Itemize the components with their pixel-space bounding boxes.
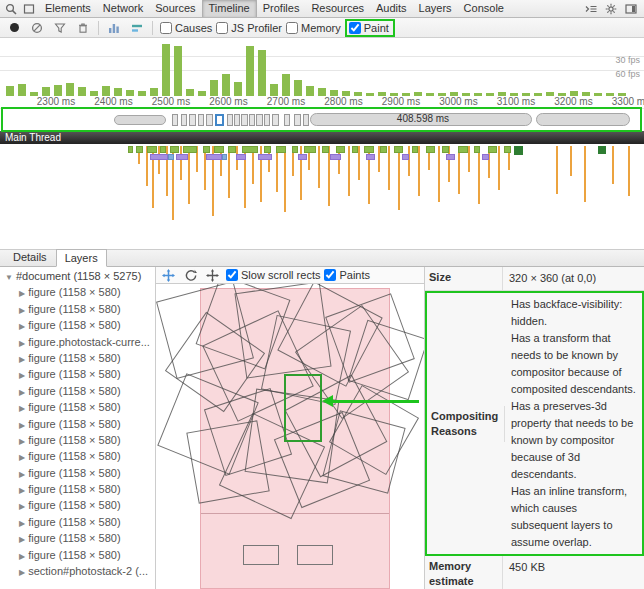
frame-marker[interactable]	[206, 114, 213, 126]
tab-resources[interactable]: Resources	[305, 0, 370, 17]
triangle-right-icon[interactable]: ▶	[19, 486, 25, 495]
tree-item[interactable]: ▶section#photostack-2 (...	[0, 563, 155, 579]
tab-audits[interactable]: Audits	[370, 0, 413, 17]
frame-marker[interactable]	[249, 114, 255, 126]
tree-item[interactable]: ▶figure (1158 × 580)	[0, 481, 155, 497]
checkbox-input[interactable]	[286, 22, 298, 34]
tab-layers[interactable]: Layers	[56, 249, 107, 267]
layers-3d-canvas[interactable]	[156, 284, 424, 589]
checkbox-paints[interactable]: Paints	[324, 269, 370, 281]
paint-event-bar	[426, 146, 435, 153]
tab-network[interactable]: Network	[97, 0, 149, 17]
tree-item[interactable]: ▶figure (1158 × 580)	[0, 366, 155, 382]
rotate-mode-icon[interactable]	[182, 267, 198, 283]
frame-marker[interactable]	[181, 114, 187, 126]
triangle-right-icon[interactable]: ▶	[19, 355, 25, 364]
checkbox-input[interactable]	[226, 269, 238, 281]
triangle-right-icon[interactable]: ▶	[19, 421, 25, 430]
frames-scroll-handle[interactable]	[114, 115, 166, 125]
frame-marker[interactable]	[272, 114, 279, 126]
triangle-right-icon[interactable]: ▶	[19, 306, 25, 315]
tree-item[interactable]: ▶figure (1158 × 580)	[0, 465, 155, 481]
tree-item[interactable]: ▶figure (1158 × 580)	[0, 547, 155, 563]
clear-button[interactable]	[29, 20, 45, 36]
tree-item-document[interactable]: ▼#document (1158 × 5275)	[0, 268, 155, 284]
checkbox-causes[interactable]: Causes	[160, 22, 212, 34]
frame-marker[interactable]	[234, 114, 240, 126]
tree-item[interactable]: ▶figure (1158 × 580)	[0, 514, 155, 530]
checkbox-slow-scroll-rects[interactable]: Slow scroll rects	[226, 269, 320, 281]
filter-icon[interactable]	[52, 20, 68, 36]
tree-item[interactable]: ▶figure (1158 × 580)	[0, 350, 155, 366]
frame-marker[interactable]	[198, 114, 204, 126]
frame-marker[interactable]	[189, 114, 196, 126]
frame-marker[interactable]	[241, 114, 248, 126]
inspect-icon[interactable]	[3, 1, 19, 17]
triangle-right-icon[interactable]: ▶	[19, 453, 25, 462]
checkbox-paint[interactable]: Paint	[345, 19, 395, 37]
tree-item[interactable]: ▶figure (1158 × 580)	[0, 301, 155, 317]
triangle-right-icon[interactable]: ▶	[19, 437, 25, 446]
frames-scroll-handle[interactable]	[536, 113, 630, 126]
events-mode-icon[interactable]	[129, 20, 145, 36]
frame-marker[interactable]	[264, 114, 270, 126]
pan-mode-icon[interactable]	[160, 267, 176, 283]
triangle-right-icon[interactable]: ▶	[19, 552, 25, 561]
main-thread-flamechart[interactable]	[0, 144, 644, 250]
console-drawer-icon[interactable]	[583, 1, 599, 17]
tree-item[interactable]: ▶figure (1158 × 580)	[0, 448, 155, 464]
overview-chart[interactable]: 30 fps60 fps	[0, 38, 644, 96]
triangle-right-icon[interactable]: ▶	[19, 502, 25, 511]
record-button[interactable]	[6, 20, 22, 36]
frame-marker[interactable]	[303, 114, 309, 126]
garbage-collect-icon[interactable]	[75, 20, 91, 36]
frames-mode-icon[interactable]	[106, 20, 122, 36]
tree-item[interactable]: ▶figure (1158 × 580)	[0, 317, 155, 333]
tree-item[interactable]: ▶figure.photostack-curre...	[0, 334, 155, 350]
tree-item[interactable]: ▶figure (1158 × 580)	[0, 432, 155, 448]
triangle-right-icon[interactable]: ▶	[19, 322, 25, 331]
move-mode-icon[interactable]	[204, 267, 220, 283]
tab-console[interactable]: Console	[458, 0, 510, 17]
tab-timeline[interactable]: Timeline	[202, 0, 257, 17]
triangle-right-icon[interactable]: ▶	[19, 470, 25, 479]
triangle-down-icon[interactable]: ▼	[5, 273, 13, 282]
tree-item[interactable]: ▶figure (1158 × 580)	[0, 530, 155, 546]
triangle-right-icon[interactable]: ▶	[19, 339, 25, 348]
gear-icon[interactable]	[603, 1, 619, 17]
frame-marker[interactable]	[256, 114, 263, 126]
triangle-right-icon[interactable]: ▶	[19, 371, 25, 380]
checkbox-input[interactable]	[216, 22, 228, 34]
triangle-right-icon[interactable]: ▶	[19, 519, 25, 528]
frame-marker-selected[interactable]	[215, 114, 224, 126]
tab-sources[interactable]: Sources	[149, 0, 201, 17]
frame-marker[interactable]	[227, 114, 233, 126]
dock-side-icon[interactable]	[623, 1, 639, 17]
triangle-right-icon[interactable]: ▶	[19, 568, 25, 577]
tree-item[interactable]: ▶figure (1158 × 580)	[0, 416, 155, 432]
tab-profiles[interactable]: Profiles	[257, 0, 306, 17]
triangle-right-icon[interactable]: ▶	[19, 404, 25, 413]
tab-layers[interactable]: Layers	[413, 0, 458, 17]
frame-marker[interactable]	[172, 114, 178, 126]
checkbox-input[interactable]	[349, 22, 361, 34]
triangle-right-icon[interactable]: ▶	[19, 535, 25, 544]
selected-layer-rect[interactable]	[284, 374, 322, 442]
triangle-right-icon[interactable]: ▶	[19, 289, 25, 298]
frame-marker[interactable]	[284, 114, 290, 126]
tree-item[interactable]: ▶figure (1158 × 580)	[0, 284, 155, 300]
checkbox-input[interactable]	[324, 269, 336, 281]
triangle-right-icon[interactable]: ▶	[19, 388, 25, 397]
checkbox-memory[interactable]: Memory	[286, 22, 341, 34]
frame-marker[interactable]	[294, 114, 301, 126]
layer-tree[interactable]: ▼#document (1158 × 5275) ▶figure (1158 ×…	[0, 267, 156, 589]
checkbox-js-profiler[interactable]: JS Profiler	[216, 22, 282, 34]
checkbox-input[interactable]	[160, 22, 172, 34]
tab-details[interactable]: Details	[4, 248, 56, 266]
tree-item[interactable]: ▶figure (1158 × 580)	[0, 497, 155, 513]
render-event-bar	[258, 154, 272, 160]
tab-elements[interactable]: Elements	[39, 0, 97, 17]
tree-item[interactable]: ▶figure (1158 × 580)	[0, 399, 155, 415]
device-mode-icon[interactable]	[21, 1, 37, 17]
tree-item[interactable]: ▶figure (1158 × 580)	[0, 383, 155, 399]
